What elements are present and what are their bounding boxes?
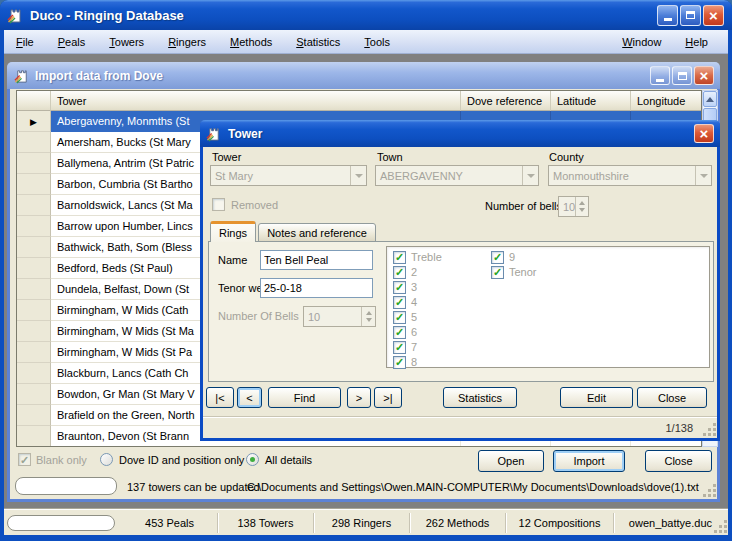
bell-checkbox: [393, 341, 406, 354]
bell-checkbox: [393, 266, 406, 279]
name-input[interactable]: [260, 250, 373, 270]
table-header: Tower Dove reference Latitude Longitude: [17, 91, 701, 111]
county-field-label: County: [549, 151, 584, 163]
col-latitude[interactable]: Latitude: [551, 91, 631, 111]
dropdown-button: [350, 166, 366, 185]
menu-file[interactable]: File: [7, 33, 43, 51]
maximize-icon: [686, 11, 695, 19]
blank-only-option: Blank only: [18, 453, 87, 466]
import-close-action-button[interactable]: Close: [645, 450, 712, 472]
number-of-bells-label: Number of bells: [485, 200, 562, 212]
menu-tools[interactable]: Tools: [355, 33, 399, 51]
import-button[interactable]: Import: [553, 450, 625, 472]
dove-id-option[interactable]: Dove ID and position only: [100, 453, 244, 466]
tower-dialog-close-button[interactable]: [694, 124, 714, 143]
all-details-radio[interactable]: [246, 453, 259, 466]
bell-item: 7: [393, 340, 417, 354]
check-icon: [493, 266, 502, 278]
menu-ringers[interactable]: Ringers: [159, 33, 215, 51]
dove-id-radio[interactable]: [100, 453, 113, 466]
main-titlebar[interactable]: Duco - Ringing Database: [0, 0, 732, 30]
find-button[interactable]: Find: [268, 387, 341, 408]
close-button[interactable]: [703, 5, 724, 26]
bell-item: Treble: [393, 250, 442, 264]
menu-peals[interactable]: Peals: [49, 33, 95, 51]
tower-dialog-title: Tower: [228, 127, 262, 141]
bell-checkbox: [393, 296, 406, 309]
town-field-label: Town: [377, 151, 403, 163]
bell-checkbox: [393, 356, 406, 369]
resize-grip[interactable]: [703, 485, 716, 498]
county-combobox: Monmouthshire: [548, 165, 712, 186]
bells-listbox: Treble 2 3 4 5 6 7 8 9 Tenor: [386, 246, 710, 368]
main-window-title: Duco - Ringing Database: [30, 8, 184, 23]
database-filename: owen_battye.duc: [614, 513, 728, 533]
file-path-text: C:\Documents and Settings\Owen.MAIN-COMP…: [247, 481, 699, 493]
import-window-title: Import data from Dove: [35, 69, 163, 83]
chevron-down-icon: [700, 174, 708, 178]
menu-towers[interactable]: Towers: [100, 33, 153, 51]
check-icon: [395, 356, 404, 368]
minimize-button[interactable]: [657, 5, 678, 26]
menu-methods[interactable]: Methods: [221, 33, 281, 51]
ringers-count: 298 Ringers: [314, 513, 410, 533]
bell-item: 4: [393, 295, 417, 309]
nav-first-button[interactable]: |<: [206, 387, 234, 408]
spin-up-icon: [579, 201, 585, 205]
import-minimize-button[interactable]: [650, 66, 670, 85]
name-label: Name: [218, 254, 247, 266]
check-icon: [395, 266, 404, 278]
removed-label: Removed: [231, 199, 278, 211]
tower-dialog-titlebar[interactable]: Tower: [200, 120, 720, 147]
tower-dialog: Tower Tower Town County St Mary ABERGAVE…: [200, 120, 720, 441]
check-icon: [395, 311, 404, 323]
number-of-bells-spinner: 10: [558, 196, 589, 217]
menu-help[interactable]: Help: [676, 33, 717, 51]
check-icon: [20, 454, 29, 466]
import-maximize-button[interactable]: [672, 66, 692, 85]
menu-window[interactable]: Window: [613, 33, 670, 51]
all-details-option[interactable]: All details: [246, 453, 312, 466]
bell-item: 3: [393, 280, 417, 294]
col-longitude[interactable]: Longitude: [631, 91, 701, 111]
import-titlebar[interactable]: Import data from Dove: [7, 62, 720, 89]
open-button[interactable]: Open: [478, 450, 544, 472]
close-icon: [700, 68, 709, 83]
record-position-statusbar: 1/138: [203, 417, 717, 438]
tab-rings[interactable]: Rings: [210, 221, 256, 242]
dialog-close-action-button[interactable]: Close: [637, 387, 707, 408]
nav-next-button[interactable]: >: [347, 387, 371, 408]
check-icon: [395, 296, 404, 308]
spin-down-icon: [366, 318, 372, 322]
chevron-down-icon: [355, 174, 363, 178]
nav-previous-button[interactable]: <: [237, 387, 262, 408]
scroll-up-button[interactable]: [703, 91, 717, 107]
statistics-button[interactable]: Statistics: [443, 387, 517, 408]
col-tower[interactable]: Tower: [51, 91, 461, 111]
main-statusbar: 453 Peals 138 Towers 298 Ringers 262 Met…: [4, 509, 728, 535]
maximize-button[interactable]: [680, 5, 701, 26]
resize-grip[interactable]: [703, 424, 716, 437]
rings-number-of-bells-spinner: 10: [303, 306, 376, 327]
minimize-icon: [656, 79, 664, 82]
check-icon: [395, 326, 404, 338]
bell-checkbox: [491, 251, 504, 264]
import-close-button[interactable]: [694, 66, 714, 85]
tower-dialog-icon: [206, 126, 222, 142]
bell-checkbox: [393, 311, 406, 324]
bell-item: Tenor: [491, 265, 537, 279]
check-icon: [395, 251, 404, 263]
edit-button[interactable]: Edit: [560, 387, 633, 408]
import-progress-bar: [15, 477, 117, 495]
menubar: File Peals Towers Ringers Methods Statis…: [4, 30, 728, 54]
menu-statistics[interactable]: Statistics: [287, 33, 349, 51]
row-selector-header[interactable]: [17, 91, 51, 111]
bell-item: 8: [393, 355, 417, 369]
spin-up-icon: [366, 311, 372, 315]
tenor-weight-input[interactable]: [260, 278, 373, 298]
nav-last-button[interactable]: >|: [374, 387, 402, 408]
col-dove-reference[interactable]: Dove reference: [461, 91, 551, 111]
resize-grip[interactable]: [714, 521, 727, 534]
tab-notes-and-reference[interactable]: Notes and reference: [258, 223, 376, 242]
tower-combobox: St Mary: [210, 165, 367, 186]
